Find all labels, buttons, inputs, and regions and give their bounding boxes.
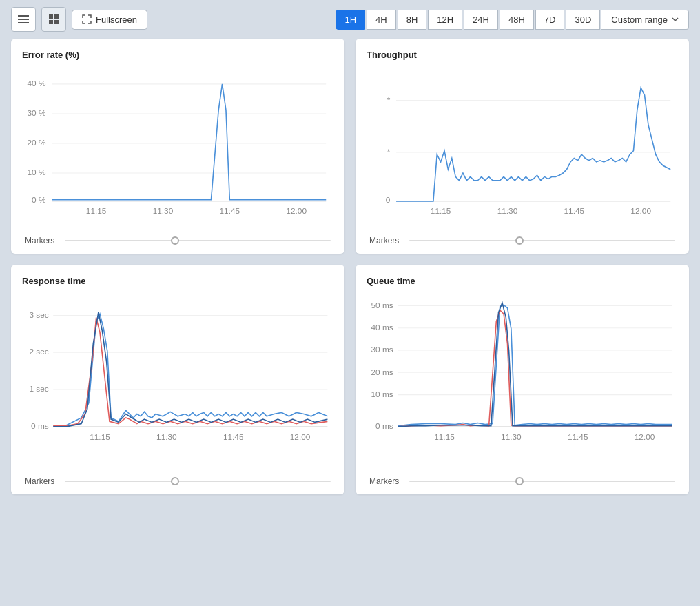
error-rate-svg: 40 % 30 % 20 % 10 % 0 % 11:15 11:30 11:4… xyxy=(22,65,333,229)
svg-text:10 ms: 10 ms xyxy=(371,390,393,399)
time-btn-8h[interactable]: 8H xyxy=(398,10,427,30)
throughput-card: Throughput * * 0 11:15 11:30 11:45 12:00 xyxy=(356,39,689,254)
svg-text:20 %: 20 % xyxy=(27,138,45,148)
svg-text:3 sec: 3 sec xyxy=(29,310,48,319)
svg-text:11:45: 11:45 xyxy=(568,432,588,442)
time-range-controls: 1H 4H 8H 12H 24H 48H 7D 30D Custom range xyxy=(336,10,689,30)
error-rate-chart-area: 40 % 30 % 20 % 10 % 0 % 11:15 11:30 11:4… xyxy=(22,65,333,229)
response-time-markers-track xyxy=(65,481,331,482)
grid-view-button[interactable] xyxy=(41,7,66,32)
response-time-card: Response time 3 sec 2 sec 1 sec 0 ms 11:… xyxy=(11,265,344,494)
time-btn-30d[interactable]: 30D xyxy=(566,10,600,30)
svg-text:20 ms: 20 ms xyxy=(371,367,393,376)
throughput-markers-label: Markers xyxy=(369,236,404,245)
queue-time-title: Queue time xyxy=(367,276,678,286)
topbar: Fullscreen 1H 4H 8H 12H 24H 48H 7D 30D C… xyxy=(0,0,700,39)
svg-rect-2 xyxy=(18,22,29,23)
svg-text:10 %: 10 % xyxy=(27,168,45,177)
queue-time-markers-track xyxy=(409,481,675,482)
time-btn-4h[interactable]: 4H xyxy=(367,10,396,30)
queue-time-svg: 50 ms 40 ms 30 ms 20 ms 10 ms 0 ms 11:15… xyxy=(367,292,678,469)
svg-text:*: * xyxy=(387,95,391,105)
error-rate-markers-thumb[interactable] xyxy=(171,236,179,245)
response-time-markers-row: Markers xyxy=(22,476,333,486)
svg-rect-6 xyxy=(54,20,59,24)
view-controls: Fullscreen xyxy=(11,7,147,32)
svg-text:11:45: 11:45 xyxy=(223,432,244,442)
time-btn-12h[interactable]: 12H xyxy=(428,10,462,30)
svg-text:0 %: 0 % xyxy=(32,195,46,205)
svg-text:*: * xyxy=(387,147,391,156)
queue-time-card: Queue time 50 ms 40 ms 30 ms 20 ms 10 ms… xyxy=(356,265,689,494)
time-btn-24h[interactable]: 24H xyxy=(464,10,498,30)
throughput-chart-area: * * 0 11:15 11:30 11:45 12:00 xyxy=(367,65,678,229)
svg-text:30 ms: 30 ms xyxy=(371,345,393,354)
response-time-markers-thumb[interactable] xyxy=(171,477,179,485)
response-time-svg: 3 sec 2 sec 1 sec 0 ms 11:15 11:30 11:45… xyxy=(22,292,333,469)
svg-text:12:00: 12:00 xyxy=(286,206,307,216)
queue-time-markers-row: Markers xyxy=(367,476,678,486)
error-rate-markers-track xyxy=(65,240,331,241)
fullscreen-label: Fullscreen xyxy=(96,14,137,25)
queue-time-markers-label: Markers xyxy=(369,476,404,486)
svg-text:0 ms: 0 ms xyxy=(31,421,49,431)
list-view-button[interactable] xyxy=(11,7,36,32)
svg-text:11:45: 11:45 xyxy=(220,206,240,216)
svg-text:11:15: 11:15 xyxy=(86,206,107,216)
response-time-chart-area: 3 sec 2 sec 1 sec 0 ms 11:15 11:30 11:45… xyxy=(22,292,333,469)
svg-text:12:00: 12:00 xyxy=(290,432,311,442)
svg-text:11:30: 11:30 xyxy=(153,206,174,216)
error-rate-title: Error rate (%) xyxy=(22,50,333,60)
svg-text:30 %: 30 % xyxy=(27,108,45,118)
error-rate-card: Error rate (%) 40 % 30 % 20 % 10 % 0 % 1… xyxy=(11,39,344,254)
throughput-title: Throughput xyxy=(367,50,678,60)
svg-text:12:00: 12:00 xyxy=(630,206,651,216)
svg-rect-1 xyxy=(18,19,29,20)
time-btn-1h[interactable]: 1H xyxy=(336,10,365,30)
queue-time-markers-thumb[interactable] xyxy=(515,477,524,485)
response-time-title: Response time xyxy=(22,276,333,286)
queue-time-chart-area: 50 ms 40 ms 30 ms 20 ms 10 ms 0 ms 11:15… xyxy=(367,292,678,469)
svg-text:11:30: 11:30 xyxy=(156,432,177,442)
svg-text:11:15: 11:15 xyxy=(90,432,110,442)
svg-text:11:30: 11:30 xyxy=(501,432,522,442)
svg-text:11:30: 11:30 xyxy=(497,206,518,216)
svg-text:2 sec: 2 sec xyxy=(29,347,48,356)
svg-text:1 sec: 1 sec xyxy=(29,384,48,394)
response-time-markers-label: Markers xyxy=(25,476,59,486)
svg-text:40 %: 40 % xyxy=(27,79,45,88)
svg-text:11:15: 11:15 xyxy=(434,432,455,442)
svg-text:11:45: 11:45 xyxy=(564,206,585,216)
throughput-markers-track xyxy=(409,240,675,241)
time-btn-7d[interactable]: 7D xyxy=(535,10,565,30)
fullscreen-button[interactable]: Fullscreen xyxy=(72,10,147,30)
svg-text:0: 0 xyxy=(386,195,391,205)
throughput-markers-row: Markers xyxy=(367,236,678,245)
svg-text:50 ms: 50 ms xyxy=(371,300,393,310)
svg-text:12:00: 12:00 xyxy=(635,432,655,442)
throughput-svg: * * 0 11:15 11:30 11:45 12:00 xyxy=(367,65,678,229)
custom-range-button[interactable]: Custom range xyxy=(601,10,689,30)
svg-rect-4 xyxy=(54,14,59,19)
svg-rect-5 xyxy=(49,20,53,24)
time-btn-48h[interactable]: 48H xyxy=(500,10,534,30)
svg-rect-0 xyxy=(18,15,29,17)
error-rate-markers-label: Markers xyxy=(25,236,59,245)
throughput-markers-thumb[interactable] xyxy=(515,236,524,245)
svg-text:0 ms: 0 ms xyxy=(375,421,393,431)
svg-text:40 ms: 40 ms xyxy=(371,323,393,332)
svg-text:11:15: 11:15 xyxy=(431,206,451,216)
svg-rect-3 xyxy=(49,14,53,19)
error-rate-markers-row: Markers xyxy=(22,236,333,245)
charts-grid: Error rate (%) 40 % 30 % 20 % 10 % 0 % 1… xyxy=(0,39,700,505)
